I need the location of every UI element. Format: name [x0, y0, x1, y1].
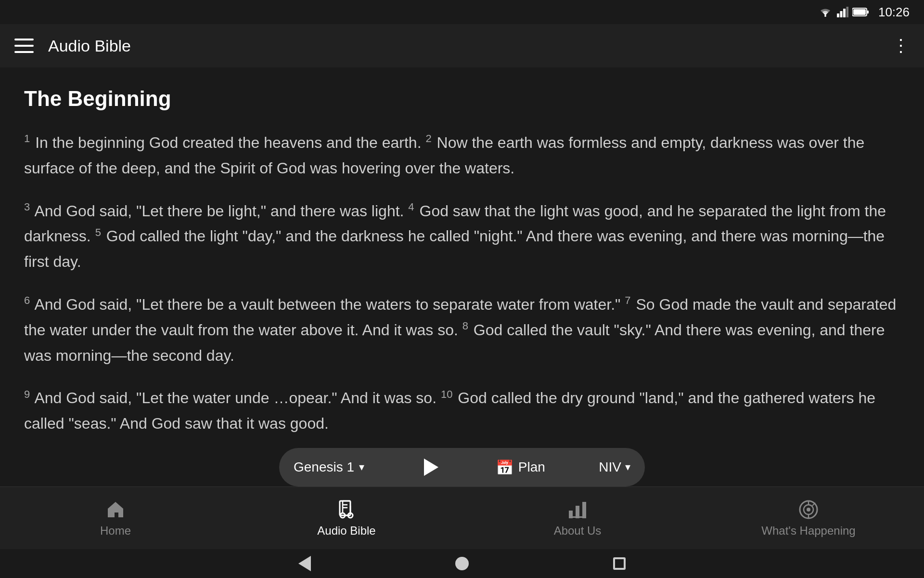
nav-label-home: Home	[100, 524, 131, 538]
home-icon	[105, 499, 126, 520]
verse-num-1: 1	[24, 132, 30, 144]
svg-point-0	[824, 15, 826, 17]
verse-num-4: 4	[408, 201, 414, 213]
verse-block-9-10: 9 And God said, "Let the water unde …ope…	[24, 385, 900, 436]
status-time: 10:26	[878, 5, 910, 20]
verse-block-1-2: 1 In the beginning God created the heave…	[24, 130, 900, 181]
svg-rect-20	[569, 516, 586, 518]
nav-item-home[interactable]: Home	[0, 499, 231, 538]
status-bar: 10:26	[0, 0, 924, 24]
app-title: Audio Bible	[48, 37, 892, 55]
chapter-dropdown-icon: ▾	[359, 461, 364, 473]
plan-label: Plan	[518, 460, 545, 475]
version-dropdown-icon: ▾	[625, 461, 630, 473]
verse-text-9: And God said, "Let the water unde	[34, 389, 269, 407]
hamburger-menu-button[interactable]	[14, 39, 34, 53]
svg-rect-4	[846, 7, 848, 17]
nav-label-audio-bible: Audio Bible	[317, 524, 375, 538]
wifi-icon	[818, 7, 833, 17]
whats-happening-icon	[798, 499, 819, 520]
app-bar: Audio Bible ⋮	[0, 24, 924, 67]
system-navigation	[0, 549, 924, 578]
svg-rect-7	[853, 9, 866, 15]
chapter-selector[interactable]: Genesis 1 ▾	[294, 460, 364, 475]
nav-label-whats-happening: What's Happening	[761, 524, 855, 538]
nav-item-whats-happening[interactable]: What's Happening	[693, 499, 924, 538]
back-button[interactable]	[298, 556, 311, 571]
recents-button[interactable]	[613, 557, 626, 570]
svg-rect-6	[867, 11, 869, 13]
nav-label-about-us: About Us	[554, 524, 602, 538]
play-icon	[424, 459, 438, 476]
section-title: The Beginning	[24, 87, 900, 111]
verse-text-10-suffix: …opear." And it was so.	[273, 389, 441, 407]
back-icon	[298, 556, 311, 571]
svg-rect-1	[837, 13, 839, 17]
verse-block-3-5: 3 And God said, "Let there be light," an…	[24, 198, 900, 275]
verse-text-6: And God said, "Let there be a vault betw…	[34, 296, 625, 313]
verse-num-10: 10	[441, 388, 452, 400]
verse-num-3: 3	[24, 201, 30, 213]
verse-text-1: In the beginning God created the heavens…	[35, 134, 425, 151]
audio-bible-icon	[336, 499, 357, 520]
verse-num-7: 7	[625, 294, 630, 306]
verse-text-5: God called the light "day," and the dark…	[24, 227, 885, 270]
svg-rect-19	[582, 502, 586, 518]
content-area: The Beginning 1 In the beginning God cre…	[0, 67, 924, 486]
nav-item-about-us[interactable]: About Us	[462, 499, 693, 538]
status-icons: 10:26	[818, 5, 910, 20]
audio-player-bar: Genesis 1 ▾ 📅 Plan NIV ▾	[279, 448, 645, 486]
version-label: NIV	[599, 460, 621, 475]
plan-button[interactable]: 📅 Plan	[496, 459, 545, 476]
recents-icon	[613, 557, 626, 570]
svg-rect-2	[840, 11, 842, 17]
verse-num-2: 2	[425, 132, 431, 144]
signal-icon	[837, 7, 848, 17]
more-options-button[interactable]: ⋮	[892, 37, 910, 54]
bottom-navigation: Home Audio Bible About Us	[0, 486, 924, 549]
home-circle-icon	[455, 557, 469, 570]
svg-rect-3	[843, 9, 846, 17]
verse-block-6-8: 6 And God said, "Let there be a vault be…	[24, 292, 900, 368]
chapter-label: Genesis 1	[294, 460, 354, 475]
play-button[interactable]	[418, 455, 442, 479]
verse-num-8: 8	[462, 320, 468, 332]
calendar-icon: 📅	[496, 459, 513, 476]
home-button[interactable]	[455, 557, 469, 570]
verse-text-3: And God said, "Let there be light," and …	[34, 202, 408, 220]
about-us-icon	[567, 499, 588, 520]
battery-icon	[852, 7, 870, 17]
verse-num-9: 9	[24, 388, 30, 400]
nav-item-audio-bible[interactable]: Audio Bible	[231, 499, 462, 538]
verse-num-6: 6	[24, 294, 30, 306]
svg-point-23	[807, 508, 810, 512]
version-selector[interactable]: NIV ▾	[599, 460, 630, 475]
verse-num-5: 5	[95, 226, 101, 238]
